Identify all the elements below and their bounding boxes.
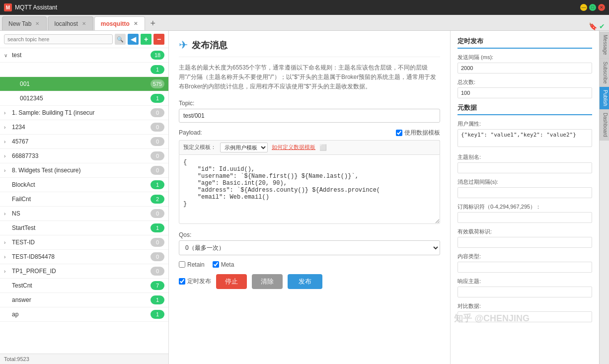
subscribe-tab-indicator[interactable]: Subscribe bbox=[600, 59, 609, 87]
topic-badge: 7 bbox=[151, 281, 164, 290]
topic-badge: 1 bbox=[151, 310, 164, 319]
topic-row[interactable]: › 45767 0 bbox=[0, 135, 168, 149]
topic-row[interactable]: BlockAct 1 bbox=[0, 178, 168, 192]
tab-bar-right: 🔖 ✔ bbox=[589, 22, 607, 30]
count-field: 总次数: bbox=[457, 78, 592, 98]
topic-row[interactable]: › 66887733 0 bbox=[0, 149, 168, 163]
search-input[interactable] bbox=[4, 34, 113, 44]
timed-publish-checkbox[interactable]: 定时发布 bbox=[179, 277, 211, 286]
topic-row[interactable]: 001 575 bbox=[0, 77, 168, 91]
search-button[interactable]: 🔍 bbox=[115, 34, 126, 45]
tabs-container: New Tab✕localhost✕mosquitto✕ bbox=[2, 16, 146, 30]
tab-close-icon[interactable]: ✕ bbox=[133, 20, 139, 27]
topic-name: answer bbox=[12, 296, 151, 303]
remove-topic-button[interactable]: − bbox=[153, 34, 164, 45]
expand-icon: › bbox=[4, 254, 11, 260]
publish-button[interactable]: 发布 bbox=[288, 274, 322, 289]
topic-badge: 0 bbox=[151, 252, 164, 261]
stop-button[interactable]: 停止 bbox=[216, 274, 247, 289]
clear-button[interactable]: 清除 bbox=[252, 274, 283, 289]
response-topic-field: 响应主题: bbox=[457, 278, 592, 297]
topic-badge: 1 bbox=[151, 94, 164, 103]
timed-section-title: 定时发布 bbox=[457, 37, 592, 49]
define-link[interactable]: 如何定义数据模板 bbox=[272, 144, 315, 151]
minimize-button[interactable]: — bbox=[580, 4, 587, 11]
topic-row[interactable]: › NS 0 bbox=[0, 207, 168, 221]
meta-checkbox[interactable]: Meta bbox=[213, 261, 234, 268]
alias-input[interactable] bbox=[457, 162, 592, 173]
content-type-field: 内容类型: bbox=[457, 253, 592, 273]
response-topic-label: 响应主题: bbox=[457, 278, 592, 285]
use-template-checkbox[interactable]: 使用数据模板 bbox=[396, 129, 440, 137]
correlation-input[interactable] bbox=[457, 311, 592, 322]
topic-input[interactable] bbox=[179, 109, 440, 123]
publish-icon: ✈ bbox=[179, 39, 188, 52]
topic-row[interactable]: answer 1 bbox=[0, 293, 168, 307]
message-tab-indicator[interactable]: Message bbox=[600, 32, 609, 59]
topic-row[interactable]: TestCnt 7 bbox=[0, 279, 168, 293]
correlation-field: 对比数据: bbox=[457, 302, 592, 322]
payload-editor[interactable]: { "id": Id.uuid(), "username": `${Name.f… bbox=[179, 154, 440, 224]
qos-select[interactable]: 0（最多一次） bbox=[179, 240, 440, 255]
topic-badge: 0 bbox=[151, 108, 164, 117]
payload-indicator-input[interactable] bbox=[457, 237, 592, 248]
add-tab-button[interactable]: + bbox=[146, 16, 160, 30]
check-icon[interactable]: ✔ bbox=[599, 22, 605, 30]
topic-row[interactable]: FailCnt 2 bbox=[0, 192, 168, 207]
count-input[interactable] bbox=[457, 87, 592, 98]
app-title: MQTT Assistant bbox=[15, 4, 57, 11]
response-topic-input[interactable] bbox=[457, 287, 592, 297]
topic-label: Topic: bbox=[179, 100, 440, 107]
topic-row[interactable]: StartTest 1 bbox=[0, 221, 168, 235]
tab-close-icon[interactable]: ✕ bbox=[34, 20, 40, 27]
topic-row[interactable]: ap 1 bbox=[0, 307, 168, 322]
close-button[interactable]: ✕ bbox=[598, 4, 605, 11]
tab-localhost[interactable]: localhost✕ bbox=[48, 16, 93, 30]
topic-row[interactable]: ∨ test 18 bbox=[0, 48, 168, 63]
topic-name: 1234 bbox=[12, 124, 151, 131]
interval-input[interactable] bbox=[457, 63, 592, 73]
tab-close-icon[interactable]: ✕ bbox=[81, 20, 87, 27]
content-type-input[interactable] bbox=[457, 262, 592, 273]
subscription-id-input[interactable] bbox=[457, 212, 592, 223]
topic-row[interactable]: › TEST-ID854478 0 bbox=[0, 250, 168, 264]
page-title: 发布消息 bbox=[192, 39, 228, 51]
copy-icon[interactable]: ⬜ bbox=[319, 144, 327, 151]
search-bar: 🔍 ◀ + − bbox=[0, 31, 168, 48]
bookmark-icon[interactable]: 🔖 bbox=[589, 22, 597, 30]
expand-icon: › bbox=[4, 125, 11, 130]
content-type-label: 内容类型: bbox=[457, 253, 592, 260]
topic-badge: 1 bbox=[151, 65, 164, 74]
expiry-label: 消息过期间隔(s): bbox=[457, 178, 592, 186]
expiry-input[interactable] bbox=[457, 187, 592, 198]
topic-badge: 0 bbox=[151, 137, 164, 146]
template-select[interactable]: 示例用户模板 bbox=[220, 143, 268, 152]
add-topic-button[interactable]: + bbox=[141, 34, 152, 45]
nav-button[interactable]: ◀ bbox=[128, 34, 139, 45]
action-row: 定时发布 停止 清除 发布 bbox=[179, 274, 440, 289]
options-row: Retain Meta bbox=[179, 261, 440, 268]
interval-label: 发送间隔 (ms): bbox=[457, 54, 592, 61]
topic-row[interactable]: › TP1_PROFE_ID 0 bbox=[0, 264, 168, 279]
sidebar-footer: Total:9523 bbox=[0, 354, 168, 364]
topic-row[interactable]: 1 bbox=[0, 63, 168, 77]
topic-row[interactable]: › 1234 0 bbox=[0, 120, 168, 135]
topic-row[interactable]: › 1. Sample: Building T1 (insecur 0 bbox=[0, 106, 168, 120]
topic-row[interactable]: › 8. Widgets Test (insecure) 0 bbox=[0, 163, 168, 178]
topic-name: 45767 bbox=[12, 138, 151, 145]
publish-tab-indicator[interactable]: Publish bbox=[600, 87, 609, 110]
alias-field: 主题别名: bbox=[457, 153, 592, 173]
template-bar: 预定义模板： 示例用户模板 如何定义数据模板 ⬜ bbox=[179, 140, 440, 154]
user-props-input[interactable]: {"key1": "value1","key2": "value2"} bbox=[457, 129, 592, 147]
topic-row[interactable]: › TEST-ID 0 bbox=[0, 235, 168, 250]
qos-field: Qos: 0（最多一次） bbox=[179, 231, 440, 255]
tab-mosquitto[interactable]: mosquitto✕ bbox=[94, 16, 145, 30]
qos-label: Qos: bbox=[179, 231, 440, 238]
retain-checkbox[interactable]: Retain bbox=[179, 261, 205, 268]
maximize-button[interactable]: □ bbox=[589, 4, 596, 11]
payload-header: Payload: 使用数据模板 bbox=[179, 129, 440, 137]
topic-row[interactable]: 0012345 1 bbox=[0, 91, 168, 106]
topic-name: NS bbox=[12, 210, 151, 217]
dashboard-tab-indicator[interactable]: Dashboard bbox=[600, 110, 609, 141]
tab-new-tab[interactable]: New Tab✕ bbox=[2, 16, 47, 30]
